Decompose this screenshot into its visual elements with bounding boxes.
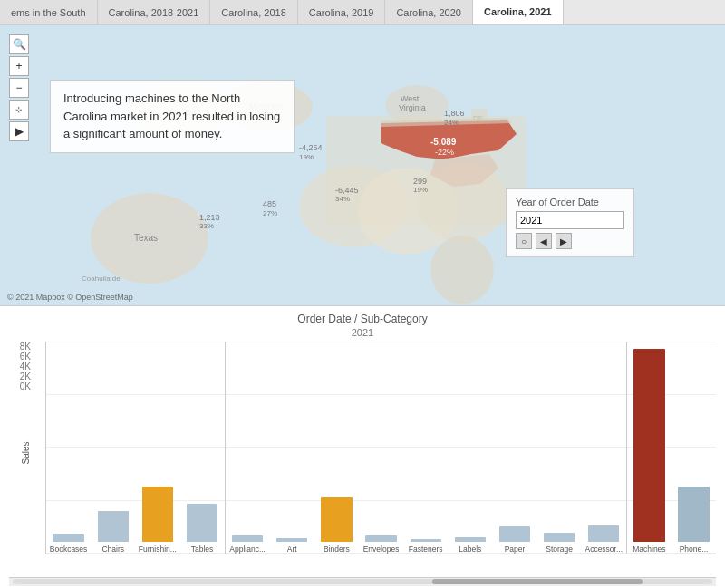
bar-group[interactable]: Bookcases [46,342,91,554]
annotation-text: Introducing machines to the North Caroli… [63,92,280,140]
svg-point-16 [430,236,494,304]
bar-label: Applianc... [229,545,266,554]
bar-label: Storage [546,545,573,554]
svg-text:West: West [401,94,420,103]
bar-group[interactable]: Binders [314,342,359,554]
bar-tables[interactable] [187,504,218,542]
year-filter-label: Year of Order Date [516,197,624,207]
annotation-box: Introducing machines to the North Caroli… [50,80,295,153]
map-controls: 🔍 + − ⊹ ▶ [9,34,29,141]
bar-group[interactable]: Applianc... [226,342,270,554]
prev-year-button[interactable]: ◀ [536,233,552,249]
bar-bookcases[interactable] [53,534,83,542]
bar-art[interactable] [276,538,307,542]
svg-text:34%: 34% [335,195,350,203]
bar-machines[interactable] [633,349,664,542]
select-tool-button[interactable]: ⊹ [9,100,29,120]
tab-2020[interactable]: Carolina, 2020 [385,0,473,25]
bar-group[interactable]: Labels [448,342,492,554]
zoom-in-button[interactable]: + [9,56,29,76]
bar-group[interactable]: Paper [492,342,536,554]
bar-labels[interactable] [455,537,486,542]
scroll-thumb[interactable] [432,579,643,584]
svg-text:19%: 19% [413,186,428,194]
svg-text:-6,445: -6,445 [335,186,359,195]
bar-group[interactable]: Furnishin... [135,342,179,554]
bar-label: Bookcases [50,545,88,554]
svg-text:Virginia: Virginia [399,103,426,112]
bar-label: Machines [633,545,665,554]
svg-text:1,213: 1,213 [199,213,220,222]
bar-phone[interactable] [678,487,709,542]
bar-accessor[interactable] [588,525,619,542]
svg-text:19%: 19% [299,153,314,161]
tab-2018-2021[interactable]: Carolina, 2018-2021 [98,0,211,25]
svg-text:27%: 27% [263,209,277,217]
bar-label: Chairs [102,545,124,554]
tab-2018[interactable]: Carolina, 2018 [210,0,298,25]
y-axis-label: Sales [21,441,31,464]
bar-label: Envelopes [363,545,400,554]
category-divider-office [626,342,627,554]
svg-text:-4,254: -4,254 [299,143,323,152]
bar-group[interactable]: Accessor... [582,342,626,554]
scrollbar-bottom [9,577,716,586]
zoom-out-button[interactable]: − [9,78,29,98]
chart-area: Sales 0K 2K 4K 6K 8K BookcasesCh [9,342,716,577]
bar-label: Accessor... [585,545,623,554]
bar-label: Phone... [680,545,709,554]
map-copyright: © 2021 Mapbox © OpenStreetMap [7,293,133,302]
tab-2021[interactable]: Carolina, 2021 [473,0,564,25]
tab-bar: ems in the South Carolina, 2018-2021 Car… [0,0,725,25]
year-input[interactable] [516,211,624,229]
scroll-track[interactable] [13,579,712,584]
chart-section: Order Date / Sub-Category 2021 Sales 0K … [0,306,725,588]
bar-group[interactable]: Storage [537,342,582,554]
bar-label: Tables [191,545,214,554]
bar-group[interactable]: Fasteners [403,342,448,554]
bar-label: Binders [324,545,350,554]
svg-text:Texas: Texas [134,233,158,243]
svg-text:-22%: -22% [435,148,454,157]
bar-group[interactable]: Tables [179,342,224,554]
bar-storage[interactable] [544,533,575,542]
pan-button[interactable]: ▶ [9,121,29,141]
bar-label: Paper [505,545,526,554]
bar-group[interactable]: Phone... [672,342,716,554]
bar-applianc[interactable] [232,535,263,542]
bars-container: BookcasesChairsFurnishin...TablesApplian… [45,342,716,554]
svg-text:33%: 33% [199,222,214,230]
chart-subtitle: 2021 [9,327,716,338]
tab-south[interactable]: ems in the South [0,0,98,25]
svg-text:-5,089: -5,089 [430,137,457,147]
bar-label: Fasteners [409,545,443,554]
y-axis: 0K 2K 4K 6K 8K [9,342,36,413]
map-background: Kansas Missouri West Virginia DE Texas [0,25,725,306]
bar-label: Art [287,545,297,554]
chart-title: Order Date / Sub-Category [9,312,716,327]
svg-text:485: 485 [263,199,276,208]
bar-furnishin[interactable] [142,487,173,542]
svg-text:1,806: 1,806 [444,109,465,118]
svg-text:Coahuila de: Coahuila de [82,275,121,283]
main-content: Kansas Missouri West Virginia DE Texas [0,25,725,588]
search-map-button[interactable]: 🔍 [9,34,29,54]
bar-chairs[interactable] [98,511,129,542]
bar-group[interactable]: Art [270,342,314,554]
bar-label: Furnishin... [139,545,177,554]
map-section: Kansas Missouri West Virginia DE Texas [0,25,725,306]
svg-text:24%: 24% [444,119,459,127]
bar-paper[interactable] [499,526,530,542]
bar-group[interactable]: Envelopes [359,342,403,554]
bar-group[interactable]: Machines [627,342,672,554]
next-year-button[interactable]: ▶ [556,233,572,249]
bar-group[interactable]: Chairs [91,342,135,554]
year-filter: Year of Order Date ○ ◀ ▶ [506,188,634,257]
svg-text:299: 299 [413,177,427,186]
bar-envelopes[interactable] [365,535,396,542]
bar-label: Labels [459,545,481,554]
tab-2019[interactable]: Carolina, 2019 [298,0,386,25]
bar-binders[interactable] [321,497,352,542]
slider-left-button[interactable]: ○ [516,233,532,249]
bar-fasteners[interactable] [411,539,441,542]
